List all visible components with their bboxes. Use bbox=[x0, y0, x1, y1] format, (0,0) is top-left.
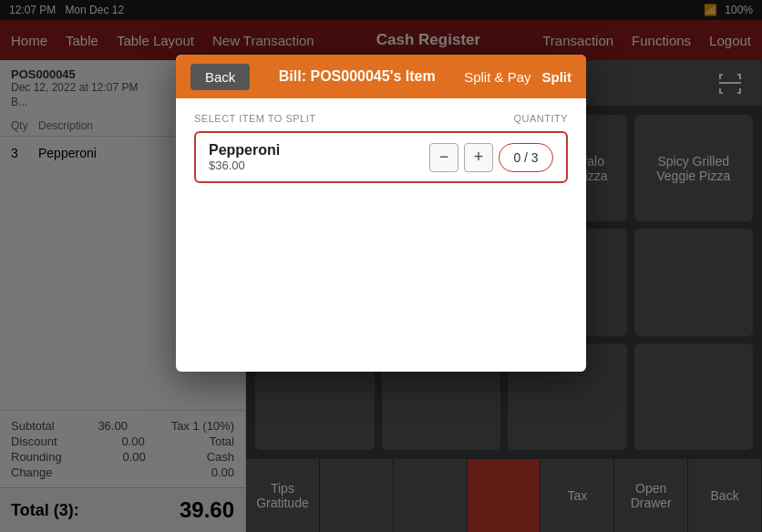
qty-display: 0 / 3 bbox=[499, 143, 553, 172]
item-split-name: Pepperoni bbox=[209, 142, 280, 159]
modal-header: Back Bill: POS000045's Item Split & Pay … bbox=[176, 55, 586, 98]
section-qty-label: QUANTITY bbox=[513, 113, 568, 124]
modal-overlay: Back Bill: POS000045's Item Split & Pay … bbox=[0, 0, 762, 532]
modal-back-button[interactable]: Back bbox=[190, 64, 250, 90]
item-split-price: $36.00 bbox=[209, 159, 280, 172]
section-item-label: SELECT ITEM TO SPLIT bbox=[194, 113, 315, 124]
modal-split-button[interactable]: Split bbox=[542, 69, 572, 85]
qty-minus-button[interactable]: − bbox=[429, 143, 458, 172]
modal-body: SELECT ITEM TO SPLIT QUANTITY Pepperoni … bbox=[176, 98, 586, 372]
qty-plus-button[interactable]: + bbox=[464, 143, 493, 172]
item-split-row[interactable]: Pepperoni $36.00 − + 0 / 3 bbox=[194, 131, 568, 183]
item-info: Pepperoni $36.00 bbox=[209, 142, 280, 172]
modal: Back Bill: POS000045's Item Split & Pay … bbox=[176, 55, 586, 372]
modal-section-labels: SELECT ITEM TO SPLIT QUANTITY bbox=[194, 113, 568, 124]
modal-title: Bill: POS000045's Item bbox=[279, 68, 436, 85]
modal-split-pay-button[interactable]: Split & Pay bbox=[464, 69, 530, 85]
modal-actions: Split & Pay Split bbox=[464, 69, 572, 85]
quantity-control: − + 0 / 3 bbox=[429, 143, 553, 172]
